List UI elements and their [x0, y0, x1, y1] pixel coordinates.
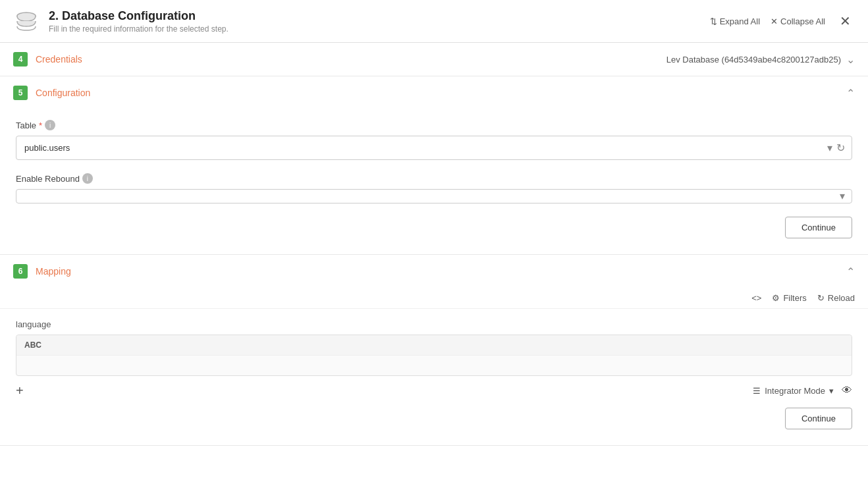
- code-icon: <>: [751, 293, 761, 303]
- enable-rebound-select[interactable]: ▾: [16, 189, 852, 203]
- configuration-title: Configuration: [36, 88, 846, 98]
- integrator-mode-button[interactable]: ☰ Integrator Mode ▾: [753, 386, 834, 396]
- page-header: 2. Database Configuration Fill in the re…: [0, 0, 868, 43]
- expand-all-button[interactable]: ⇅ Expand All: [710, 16, 760, 26]
- credentials-value-group: Lev Database (64d5349abe4c8200127adb25) …: [666, 53, 855, 66]
- enable-rebound-label-text: Enable Rebound: [16, 174, 80, 184]
- table-info-icon[interactable]: i: [45, 120, 55, 130]
- mapping-field-label: language: [16, 319, 852, 329]
- reload-button[interactable]: ↻ Reload: [817, 293, 855, 303]
- table-refresh-icon[interactable]: ↻: [836, 143, 845, 153]
- table-dropdown-icon[interactable]: ▾: [827, 143, 832, 153]
- collapse-all-button[interactable]: ✕ Collapse All: [771, 16, 825, 26]
- configuration-chevron-group: ⌃: [846, 87, 855, 99]
- mapping-body: language ABC + ☰ Integrator Mode ▾ 👁 Con…: [0, 309, 868, 445]
- table-select-icons: ▾ ↻: [827, 143, 852, 153]
- credentials-chevron-down-icon: ⌄: [846, 53, 855, 66]
- enable-rebound-dropdown-icon[interactable]: ▾: [840, 191, 845, 202]
- mapping-tools-right: ☰ Integrator Mode ▾ 👁: [753, 385, 852, 396]
- close-button[interactable]: ✕: [836, 13, 855, 29]
- mapping-chevron-group: ⌃: [846, 265, 855, 278]
- collapse-all-label: Collapse All: [780, 16, 825, 26]
- configuration-continue-button[interactable]: Continue: [785, 217, 852, 238]
- credentials-section-header[interactable]: 4 Credentials Lev Database (64d5349abe4c…: [0, 43, 868, 76]
- mapping-footer: + ☰ Integrator Mode ▾ 👁: [16, 384, 852, 397]
- mapping-chevron-up-icon: ⌃: [846, 265, 855, 278]
- configuration-chevron-up-icon: ⌃: [846, 87, 855, 99]
- mapping-abc-header: ABC: [16, 335, 852, 356]
- mapping-continue-wrapper: Continue: [16, 408, 852, 429]
- reload-icon: ↻: [817, 293, 825, 303]
- eye-button[interactable]: 👁: [842, 385, 852, 396]
- table-field: Table* i public.users ▾ ↻: [16, 120, 852, 160]
- configuration-section-header[interactable]: 5 Configuration ⌃: [0, 76, 868, 109]
- table-required-marker: *: [39, 121, 42, 130]
- mapping-abc-body: [16, 356, 852, 375]
- credentials-number: 4: [13, 52, 28, 67]
- mapping-continue-button[interactable]: Continue: [785, 408, 852, 429]
- enable-rebound-select-value: [16, 190, 840, 203]
- integrator-mode-chevron-icon: ▾: [829, 386, 834, 396]
- enable-rebound-label: Enable Rebound i: [16, 173, 852, 184]
- reload-label: Reload: [828, 293, 855, 303]
- add-mapping-button[interactable]: +: [16, 384, 24, 397]
- mapping-number: 6: [13, 264, 28, 279]
- mapping-section: 6 Mapping ⌃ <> ⚙ Filters ↻ Reload langua…: [0, 255, 868, 446]
- page-title: 2. Database Configuration: [49, 9, 710, 23]
- db-icon: [13, 8, 40, 34]
- configuration-number: 5: [13, 86, 28, 100]
- eye-icon: 👁: [842, 385, 852, 396]
- credentials-title: Credentials: [36, 54, 666, 65]
- mapping-toolbar: <> ⚙ Filters ↻ Reload: [0, 288, 868, 309]
- table-label-text: Table: [16, 121, 36, 130]
- table-select[interactable]: public.users ▾ ↻: [16, 136, 852, 160]
- integrator-mode-icon: ☰: [753, 386, 761, 396]
- filters-label: Filters: [783, 293, 806, 303]
- table-select-value: public.users: [16, 136, 827, 159]
- expand-all-label: Expand All: [720, 16, 760, 26]
- enable-rebound-info-icon[interactable]: i: [82, 173, 93, 184]
- expand-icon: ⇅: [710, 16, 717, 26]
- filters-icon: ⚙: [772, 293, 780, 303]
- header-text-group: 2. Database Configuration Fill in the re…: [49, 9, 710, 34]
- credentials-section: 4 Credentials Lev Database (64d5349abe4c…: [0, 43, 868, 76]
- filters-button[interactable]: ⚙ Filters: [772, 293, 806, 303]
- configuration-continue-wrapper: Continue: [16, 217, 852, 238]
- mapping-section-header[interactable]: 6 Mapping ⌃: [0, 255, 868, 288]
- collapse-icon: ✕: [771, 16, 778, 26]
- enable-rebound-select-icons: ▾: [840, 191, 852, 202]
- mapping-abc-box: ABC: [16, 335, 852, 376]
- page-subtitle: Fill in the required information for the…: [49, 24, 710, 34]
- configuration-section: 5 Configuration ⌃ Table* i public.users …: [0, 76, 868, 255]
- configuration-body: Table* i public.users ▾ ↻ Enable Rebound…: [0, 109, 868, 254]
- table-field-label: Table* i: [16, 120, 852, 130]
- integrator-mode-label: Integrator Mode: [765, 386, 825, 396]
- mapping-title: Mapping: [36, 266, 846, 277]
- code-button[interactable]: <>: [751, 293, 761, 303]
- enable-rebound-field: Enable Rebound i ▾: [16, 173, 852, 203]
- header-actions: ⇅ Expand All ✕ Collapse All ✕: [710, 13, 855, 29]
- credentials-value: Lev Database (64d5349abe4c8200127adb25): [666, 55, 841, 65]
